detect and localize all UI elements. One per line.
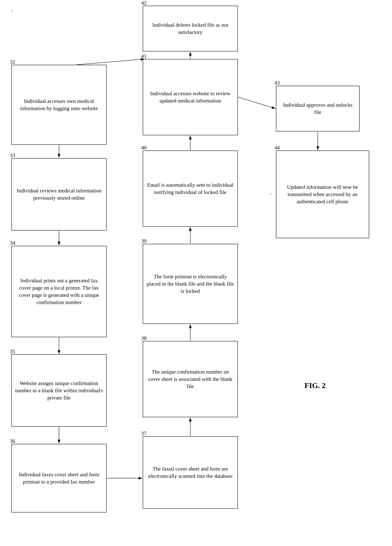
node-34-label: 34 (10, 239, 15, 247)
diagram-container: · FIG. 2 (0, 0, 392, 546)
fig-label: FIG. 2 (304, 381, 326, 390)
svg-line-11 (238, 97, 276, 109)
node-32-label: 32 (10, 58, 15, 65)
node-36-text: Individual faxes cover sheet and form pr… (15, 471, 103, 485)
node-35-text: Website assigns unique confirmation numb… (15, 380, 103, 401)
node-38-text: The unique confirmation number on cover … (146, 368, 234, 390)
node-37-text: The faxed cover sheet and form are elect… (146, 465, 234, 480)
node-43: 43 Individual approves and unlocks file (276, 86, 360, 131)
node-37: 37 The faxed cover sheet and form are el… (143, 436, 238, 509)
node-36-label: 36 (10, 437, 15, 445)
node-38: 38 The unique confirmation number on cov… (143, 341, 238, 417)
node-37-label: 37 (141, 430, 146, 437)
node-43-label: 43 (274, 79, 280, 86)
node-42-label: 42 (141, 0, 146, 6)
node-41: 41 Individual accesses website to review… (143, 59, 238, 135)
node-42-text: Individual deletes locked file as not sa… (146, 21, 234, 36)
node-43-text: Individual approves and unlocks file (279, 101, 356, 116)
node-38-label: 38 (141, 335, 146, 342)
dot-decoration: · (11, 8, 13, 15)
node-40: 40 Email is automatically sent to indivi… (143, 150, 238, 227)
node-33-label: 33 (10, 152, 15, 159)
node-34: 34 Individual prints out a generated fax… (11, 246, 107, 337)
node-32-text: Individual accesses own medical informat… (15, 98, 103, 112)
node-39: 39 The form printout is electronically p… (143, 244, 238, 324)
node-44: 44 Updated information will now be trans… (276, 150, 369, 238)
node-33: 33 Individual reviews medical informatio… (11, 158, 107, 231)
node-44-label: 44 (274, 144, 280, 151)
node-32: 32 Individual accesses own medical infor… (11, 65, 107, 145)
node-44-text: Updated information will now be transmit… (279, 183, 366, 205)
node-40-label: 40 (141, 144, 146, 151)
node-34-text: Individual prints out a generated fax co… (15, 277, 103, 306)
node-41-label: 41 (141, 52, 146, 60)
node-39-text: The form printout is electronically plac… (146, 273, 234, 294)
node-42: 42 Individual deletes locked file as not… (143, 6, 238, 52)
node-35-label: 35 (10, 348, 15, 355)
node-35: 35 Website assigns unique confirmation n… (11, 354, 107, 427)
dot-decoration-2: · (270, 190, 272, 198)
node-33-text: Individual reviews medical information p… (15, 187, 103, 202)
svg-line-13 (76, 59, 145, 65)
node-36: 36 Individual faxes cover sheet and form… (11, 444, 107, 513)
node-40-text: Email is automatically sent to individua… (146, 181, 234, 196)
node-39-label: 39 (141, 237, 146, 245)
node-41-text: Individual accesses website to review up… (146, 90, 234, 104)
